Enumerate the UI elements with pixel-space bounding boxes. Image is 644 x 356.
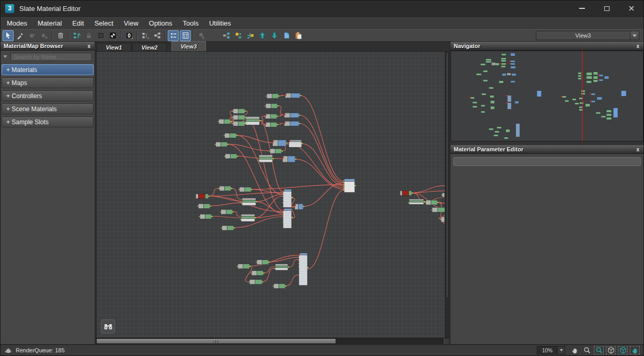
chevron-down-icon [632,34,637,37]
parameter-editor-toggle-button[interactable] [180,30,191,41]
find-button[interactable] [101,319,115,334]
search-options-dropdown-icon[interactable] [3,55,7,58]
assign-material-to-selection-button[interactable] [39,30,50,41]
menu-utilities[interactable]: Utilities [204,17,236,29]
material-map-browser-title: Material/Map Browser [4,43,63,49]
view-selector-combo[interactable]: View3 [536,31,639,40]
zoom-level-value: 10% [537,347,557,354]
scrollbar-grip-icon [213,340,219,343]
zoom-level-arrow[interactable] [557,347,565,354]
zoom-extents-button[interactable] [605,346,616,355]
menu-view[interactable]: View [119,17,144,29]
delete-selected-icon [56,31,65,40]
menu-options[interactable]: Options [144,17,178,29]
copy-icon [282,31,291,40]
lock-icon [85,31,93,40]
active-view-area: View1View2View3 [96,42,449,344]
show-materials-in-viewport-button[interactable] [233,30,244,41]
get-material-icon [258,31,267,40]
pan-button[interactable] [569,346,580,355]
parameter-editor-close[interactable]: x [635,147,640,152]
browser-section-materials[interactable]: + Materials [2,64,94,75]
pan-to-selected-button[interactable] [629,346,640,355]
panel-splitter[interactable] [451,141,643,145]
svg-text:0: 0 [128,33,131,39]
show-realistic-materials-icon [246,31,255,40]
zoom-level-combo[interactable]: 10% [537,346,565,354]
get-material-button[interactable] [257,30,268,41]
layout-all-button[interactable] [152,30,163,41]
browser-section-maps[interactable]: + Maps [2,77,94,88]
navigator-title: Navigator [454,43,480,49]
parameter-editor-header[interactable]: Material Parameter Editor x [451,145,643,154]
navigator-close[interactable]: x [635,43,640,49]
minimize-button[interactable] [570,1,594,16]
material-map-browser-close[interactable]: x [86,43,91,49]
material-map-browser-toggle-icon [169,31,178,40]
show-realistic-materials-button[interactable] [245,30,256,41]
menu-select[interactable]: Select [89,17,119,29]
zoom-extents-selected-icon [619,346,627,354]
navigator-minimap[interactable] [451,51,643,141]
tab-view3[interactable]: View3 [171,41,206,51]
layout-all-icon [153,31,162,40]
select-by-material-button[interactable] [196,30,207,41]
binoculars-icon [104,323,113,331]
paste-icon [294,31,303,40]
select-icon [4,31,13,40]
view-selector-arrow[interactable] [630,31,639,40]
zoom-region-button[interactable] [593,346,604,355]
pick-material-from-object-icon [16,31,25,40]
hide-unused-nodeslots-button[interactable] [221,30,232,41]
material-map-browser-header[interactable]: Material/Map Browser x [1,42,95,51]
menu-material[interactable]: Material [32,17,67,29]
browser-section-scene-materials[interactable]: + Scene Materials [2,103,94,114]
maximize-button[interactable] [594,1,619,16]
view-tabs: View1View2View3 [96,42,449,52]
window-title: Slate Material Editor [19,5,80,13]
show-background-icon [97,31,105,40]
pan-icon [571,346,579,354]
copy-button[interactable] [281,30,292,41]
node-graph-canvas[interactable] [96,52,449,338]
zoom-extents-selected-button[interactable] [617,346,628,355]
menu-modes[interactable]: Modes [2,17,32,29]
menu-edit[interactable]: Edit [67,17,89,29]
close-button[interactable] [619,1,643,16]
scrollbar-corner [444,338,449,344]
zoom-button[interactable] [581,346,592,355]
menu-tools[interactable]: Tools [178,17,204,29]
tab-view1[interactable]: View1 [97,43,131,51]
browser-section-controllers[interactable]: + Controllers [2,90,94,101]
vertical-scrollbar-thumb[interactable] [446,52,448,298]
layout-children-button[interactable] [140,30,151,41]
lock-button[interactable] [83,30,94,41]
delete-selected-button[interactable] [55,30,66,41]
navigator-header[interactable]: Navigator x [451,42,643,51]
select-button[interactable] [3,30,14,41]
parameter-editor-title: Material Parameter Editor [454,146,523,152]
show-background-button[interactable] [95,30,106,41]
browser-empty-area [1,131,95,344]
put-material-to-scene-icon [28,31,37,40]
show-checker-background-button[interactable] [107,30,118,41]
put-to-library-button[interactable] [269,30,280,41]
menubar: ModesMaterialEditSelectViewOptionsToolsU… [1,16,643,29]
horizontal-scrollbar-thumb[interactable] [96,338,336,344]
search-input[interactable] [10,53,92,61]
horizontal-scrollbar[interactable] [96,338,449,344]
material-map-browser-toggle-button[interactable] [168,30,179,41]
node-graph[interactable] [97,52,445,338]
browser-section-sample-slots[interactable]: + Sample Slots [2,116,94,127]
show-materials-in-viewport-icon [234,31,243,40]
show-numbers-button[interactable]: 0 [123,30,134,41]
move-children-button[interactable] [71,30,82,41]
3dsmax-logo-icon: 3 [5,4,14,13]
tab-view2[interactable]: View2 [132,43,167,51]
pick-material-from-object-button[interactable] [15,30,26,41]
titlebar[interactable]: 3 Slate Material Editor [1,1,643,16]
vertical-scrollbar[interactable] [445,52,449,338]
teapot-icon [4,347,13,354]
put-material-to-scene-button[interactable] [27,30,38,41]
paste-button[interactable] [293,30,304,41]
